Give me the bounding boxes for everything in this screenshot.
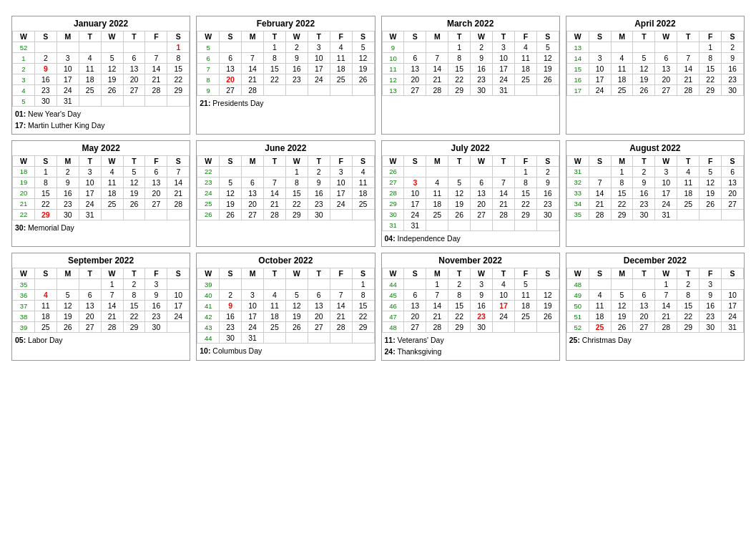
calendar-cell: 15 — [611, 188, 633, 198]
calendar-cell: 30 — [382, 209, 404, 220]
col-header: W — [655, 31, 677, 42]
calendar-cell: 26 — [57, 322, 79, 333]
calendar-cell: 23 — [471, 311, 493, 322]
calendar-cell: 30 — [34, 96, 57, 107]
calendar-cell: 6 — [220, 53, 242, 64]
calendar-cell: 22 — [352, 311, 374, 322]
col-header: F — [514, 155, 536, 166]
calendar-cell: 50 — [566, 301, 589, 311]
calendar-cell: 45 — [382, 290, 404, 301]
calendar-cell: 31 — [57, 96, 79, 107]
calendar-cell: 11 — [611, 64, 633, 74]
calendar-cell: 29 — [699, 85, 722, 96]
col-header: T — [448, 155, 471, 166]
calendar-cell — [655, 42, 677, 53]
calendar-cell — [167, 322, 190, 333]
calendar-cell: 25 — [197, 198, 220, 209]
calendar-cell: 19 — [57, 311, 79, 322]
month-table: WSMTWTFS39140234567841910111213141542161… — [197, 268, 374, 344]
calendar-cell: 16 — [57, 188, 79, 198]
note-line: 10: Columbus Day — [200, 346, 371, 357]
calendar-cell: 12 — [611, 301, 633, 311]
calendar-cell: 2 — [13, 64, 35, 74]
calendar-cell — [633, 42, 655, 53]
col-header: F — [145, 155, 167, 166]
calendar-cell — [101, 96, 123, 107]
calendar-cell: 8 — [699, 53, 722, 64]
calendar-cell: 27 — [79, 322, 101, 333]
calendar-cell: 13 — [220, 64, 242, 74]
calendar-cell: 23 — [536, 198, 559, 209]
month-table: WSMTWTFS44123454567891011124613141516171… — [382, 268, 559, 333]
col-header: T — [448, 268, 471, 279]
calendar-cell — [611, 42, 633, 53]
calendar-cell: 6 — [308, 290, 330, 301]
calendar-cell: 39 — [13, 322, 35, 333]
calendar-cell: 19 — [220, 198, 242, 209]
calendar-cell: 22 — [123, 311, 145, 322]
calendar-cell — [352, 209, 374, 220]
month-notes: 11: Veterans' Day24: Thanksgiving — [382, 333, 559, 360]
calendar-cell: 18 — [514, 301, 536, 311]
col-header: T — [263, 31, 285, 42]
calendar-cell: 26 — [699, 198, 722, 209]
col-header: W — [655, 268, 677, 279]
month-block: September 2022WSMTWTFS351233645678910371… — [11, 253, 190, 361]
col-header: S — [34, 155, 57, 166]
calendar-cell: 8 — [677, 290, 699, 301]
calendar-cell — [145, 42, 167, 53]
month-block: August 2022WSMTWTFS311234563278910111213… — [566, 140, 745, 248]
calendar-cell: 18 — [330, 64, 352, 74]
calendar-cell: 47 — [382, 311, 404, 322]
calendar-cell: 22 — [263, 74, 285, 85]
calendar-cell: 26 — [448, 209, 471, 220]
calendar-cell: 22 — [611, 198, 633, 209]
month-notes: 05: Labor Day — [12, 333, 190, 349]
calendar-cell: 42 — [197, 311, 220, 322]
calendar-cell — [352, 333, 374, 344]
note-date: 05: — [15, 336, 26, 344]
calendar-cell: 27 — [722, 198, 744, 209]
calendar-cell: 5 — [197, 42, 220, 53]
calendar-cell: 17 — [404, 198, 426, 209]
col-header: T — [493, 31, 515, 42]
month-block: April 2022WSMTWTFS1312143456789151011121… — [566, 16, 745, 135]
calendar-cell — [677, 42, 699, 53]
calendar-cell: 13 — [655, 64, 677, 74]
calendar-cell — [699, 209, 722, 220]
calendar-cell: 22 — [514, 198, 536, 209]
calendar-cell: 29 — [448, 85, 471, 96]
calendar-cell: 16 — [566, 74, 589, 85]
calendar-cell: 3 — [699, 279, 722, 290]
calendar-cell: 6 — [722, 166, 744, 177]
calendar-cell: 12 — [633, 64, 655, 74]
calendar-cell: 7 — [145, 53, 167, 64]
calendar-cell: 11 — [101, 177, 123, 188]
calendar-cell: 5 — [448, 177, 471, 188]
calendar-cell: 4 — [493, 279, 515, 290]
calendar-cell: 28 — [330, 322, 352, 333]
calendar-cell — [611, 279, 633, 290]
calendar-cell: 8 — [285, 177, 308, 188]
calendar-cell: 3 — [13, 74, 35, 85]
calendar-cell: 24 — [197, 188, 220, 198]
calendar-cell: 17 — [167, 301, 190, 311]
col-header: S — [722, 31, 744, 42]
calendar-cell: 13 — [123, 64, 145, 74]
calendar-cell: 15 — [285, 188, 308, 198]
calendar-cell — [589, 279, 611, 290]
calendar-cell: 4 — [263, 290, 285, 301]
calendar-cell: 7 — [426, 290, 448, 301]
calendar-cell: 14 — [242, 64, 264, 74]
calendar-cell: 9 — [197, 85, 220, 96]
col-header: W — [471, 31, 493, 42]
calendar-cell — [514, 85, 536, 96]
calendar-cell: 28 — [426, 322, 448, 333]
calendar-cell: 4 — [34, 290, 57, 301]
month-table: WSMTWTFS91234510678910111211131415161718… — [382, 31, 559, 96]
calendar-cell: 26 — [633, 85, 655, 96]
calendar-cell: 30 — [471, 322, 493, 333]
col-header: F — [330, 268, 352, 279]
calendar-cell: 13 — [308, 301, 330, 311]
calendar-cell: 29 — [34, 209, 57, 220]
